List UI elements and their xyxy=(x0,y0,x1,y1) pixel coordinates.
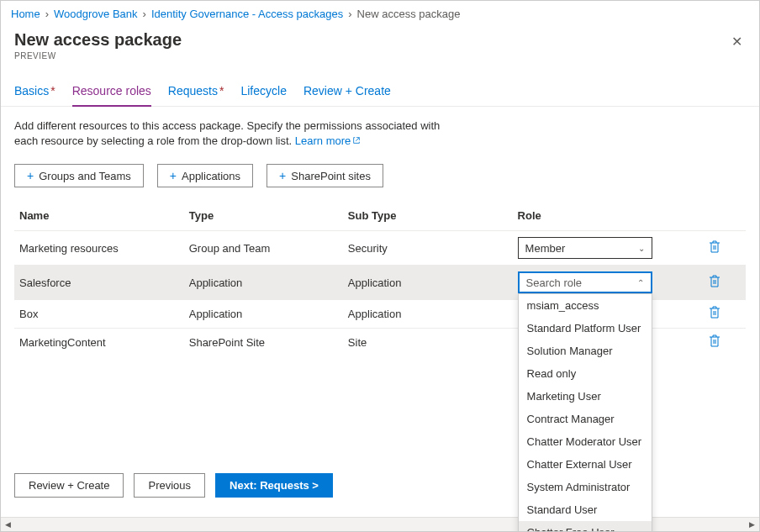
previous-button[interactable]: Previous xyxy=(134,473,205,498)
tab-lifecycle[interactable]: Lifecycle xyxy=(240,84,286,106)
tab-resource-roles[interactable]: Resource roles xyxy=(72,84,151,107)
tabs: Basics* Resource roles Requests* Lifecyc… xyxy=(1,67,759,107)
button-label: SharePoint sites xyxy=(291,170,371,182)
tab-label: Review + Create xyxy=(303,84,391,97)
cell-action xyxy=(704,300,746,329)
learn-more-link[interactable]: Learn more xyxy=(295,134,361,147)
cell-subtype: Site xyxy=(343,329,513,357)
tab-label: Basics xyxy=(14,84,49,97)
delete-button[interactable] xyxy=(709,240,720,254)
cell-type: SharePoint Site xyxy=(184,329,343,357)
content-area: Add different resources to this access p… xyxy=(1,107,759,368)
chevron-right-icon: › xyxy=(346,8,353,20)
description-body: Add different resources to this access p… xyxy=(14,119,440,147)
cell-name: Salesforce xyxy=(14,266,184,300)
footer-buttons: Review + Create Previous Next: Requests … xyxy=(14,473,333,498)
dropdown-option[interactable]: msiam_access xyxy=(519,294,652,317)
role-placeholder: Search role xyxy=(526,277,582,289)
plus-icon: + xyxy=(27,169,34,182)
role-select[interactable]: Member ⌄ xyxy=(518,237,652,259)
page-title: New access package xyxy=(14,30,182,50)
breadcrumb-home[interactable]: Home xyxy=(11,8,40,20)
add-groups-teams-button[interactable]: + Groups and Teams xyxy=(14,164,144,187)
dropdown-option[interactable]: Solution Manager xyxy=(519,340,652,362)
tab-label: Requests xyxy=(168,84,218,97)
cell-role: Search role ⌃ msiam_access Standard Plat… xyxy=(513,266,704,300)
cell-subtype: Application xyxy=(343,266,513,300)
dropdown-option[interactable]: Read only xyxy=(519,362,652,385)
page-header: New access package PREVIEW ✕ xyxy=(1,27,759,67)
tab-basics[interactable]: Basics* xyxy=(14,84,55,106)
learn-more-label: Learn more xyxy=(295,134,351,147)
add-applications-button[interactable]: + Applications xyxy=(157,164,253,187)
trash-icon xyxy=(709,275,720,288)
preview-label: PREVIEW xyxy=(14,51,182,61)
cell-type: Application xyxy=(184,300,343,329)
breadcrumb-current: New access package xyxy=(357,8,461,20)
dropdown-option[interactable]: Chatter External User xyxy=(519,453,652,476)
tab-review-create[interactable]: Review + Create xyxy=(303,84,391,106)
dropdown-option[interactable]: Marketing User xyxy=(519,385,652,408)
cell-type: Application xyxy=(184,266,343,300)
breadcrumb-org[interactable]: Woodgrove Bank xyxy=(54,8,138,20)
external-link-icon xyxy=(352,136,361,145)
add-resource-buttons: + Groups and Teams + Applications + Shar… xyxy=(14,164,746,187)
breadcrumb: Home › Woodgrove Bank › Identity Governa… xyxy=(1,1,759,27)
chevron-down-icon: ⌄ xyxy=(638,244,645,253)
role-select[interactable]: Search role ⌃ xyxy=(518,271,652,293)
role-dropdown: msiam_access Standard Platform User Solu… xyxy=(518,293,652,532)
page-root: Home › Woodgrove Bank › Identity Governa… xyxy=(0,0,760,532)
column-header-role[interactable]: Role xyxy=(513,203,704,231)
tab-requests[interactable]: Requests* xyxy=(168,84,224,106)
chevron-up-icon: ⌃ xyxy=(637,278,644,287)
review-create-button[interactable]: Review + Create xyxy=(14,473,124,498)
cell-subtype: Application xyxy=(343,300,513,329)
cell-subtype: Security xyxy=(343,231,513,266)
cell-type: Group and Team xyxy=(184,231,343,266)
cell-name: MarketingContent xyxy=(14,329,184,357)
delete-button[interactable] xyxy=(709,334,720,348)
dropdown-option[interactable]: Standard User xyxy=(519,498,652,521)
cell-action xyxy=(704,329,746,357)
delete-button[interactable] xyxy=(709,275,720,288)
chevron-right-icon: › xyxy=(141,8,148,20)
breadcrumb-section[interactable]: Identity Governance - Access packages xyxy=(151,8,343,20)
role-value: Member xyxy=(525,242,566,255)
tab-label: Resource roles xyxy=(72,84,151,97)
table-row: Salesforce Application Application Searc… xyxy=(14,266,746,300)
dropdown-option[interactable]: Chatter Moderator User xyxy=(519,430,652,453)
next-button[interactable]: Next: Requests > xyxy=(215,473,333,498)
trash-icon xyxy=(709,334,720,348)
column-header-subtype[interactable]: Sub Type xyxy=(343,203,513,231)
required-indicator: * xyxy=(50,84,55,97)
trash-icon xyxy=(709,240,720,254)
dropdown-option[interactable]: Contract Manager xyxy=(519,408,652,430)
cell-name: Box xyxy=(14,300,184,329)
cell-action xyxy=(704,266,746,300)
trash-icon xyxy=(709,306,720,319)
column-header-action xyxy=(704,203,746,231)
table-row: Marketing resources Group and Team Secur… xyxy=(14,231,746,266)
tab-label: Lifecycle xyxy=(240,84,286,97)
scroll-right-arrow-icon[interactable]: ▶ xyxy=(745,520,759,529)
dropdown-option[interactable]: Chatter Free User xyxy=(519,521,652,532)
dropdown-option[interactable]: Standard Platform User xyxy=(519,317,652,340)
button-label: Groups and Teams xyxy=(39,170,131,182)
cell-name: Marketing resources xyxy=(14,231,184,266)
cell-role: Member ⌄ xyxy=(513,231,704,266)
dropdown-option[interactable]: System Administrator xyxy=(519,476,652,498)
cell-action xyxy=(704,231,746,266)
description-text: Add different resources to this access p… xyxy=(14,119,460,149)
add-sharepoint-button[interactable]: + SharePoint sites xyxy=(267,164,383,187)
plus-icon: + xyxy=(170,169,177,182)
column-header-type[interactable]: Type xyxy=(184,203,343,231)
button-label: Applications xyxy=(182,170,240,182)
column-header-name[interactable]: Name xyxy=(14,203,184,231)
resources-table: Name Type Sub Type Role Marketing resour… xyxy=(14,203,746,356)
close-icon: ✕ xyxy=(731,34,742,49)
required-indicator: * xyxy=(219,84,224,97)
delete-button[interactable] xyxy=(709,306,720,319)
scroll-left-arrow-icon[interactable]: ◀ xyxy=(1,520,15,529)
close-button[interactable]: ✕ xyxy=(728,30,746,53)
chevron-right-icon: › xyxy=(44,8,50,20)
